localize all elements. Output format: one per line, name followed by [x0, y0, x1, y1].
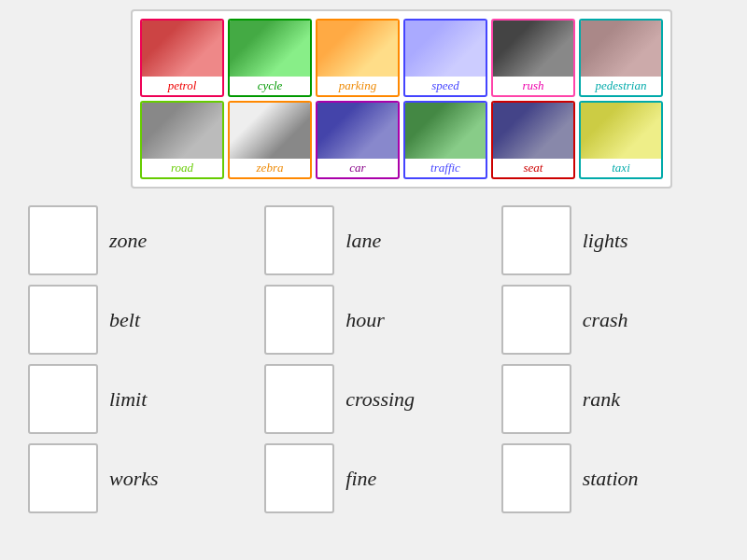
- matching-grid: zonelanelightsbelthourcrashlimitcrossing…: [9, 205, 738, 513]
- match-item-fine: fine: [264, 443, 482, 513]
- image-label-traffic: traffic: [427, 159, 464, 177]
- image-cell-zebra[interactable]: zebra: [228, 101, 312, 179]
- image-label-taxi: taxi: [608, 159, 634, 177]
- match-word-fine: fine: [345, 467, 376, 491]
- image-label-speed: speed: [428, 77, 463, 95]
- image-cell-rush[interactable]: rush: [491, 19, 575, 97]
- match-word-lights: lights: [583, 229, 628, 253]
- image-cell-traffic[interactable]: traffic: [403, 101, 487, 179]
- match-box-crash[interactable]: [501, 285, 571, 355]
- match-box-works[interactable]: [28, 443, 98, 513]
- match-item-zone: zone: [28, 205, 246, 275]
- match-item-lane: lane: [264, 205, 482, 275]
- image-label-cycle: cycle: [254, 77, 287, 95]
- match-word-crossing: crossing: [345, 387, 415, 412]
- match-box-crossing[interactable]: [264, 364, 334, 434]
- image-cell-petrol[interactable]: petrol: [140, 19, 224, 97]
- match-item-belt: belt: [28, 285, 246, 355]
- match-word-station: station: [583, 467, 639, 491]
- image-label-seat: seat: [520, 159, 547, 177]
- image-label-car: car: [345, 159, 369, 177]
- image-cell-seat[interactable]: seat: [491, 101, 575, 179]
- match-word-works: works: [109, 467, 159, 491]
- match-item-station: station: [501, 443, 719, 513]
- match-word-limit: limit: [109, 387, 147, 412]
- match-box-lane[interactable]: [264, 205, 334, 275]
- match-item-crash: crash: [501, 285, 719, 355]
- match-box-station[interactable]: [501, 443, 571, 513]
- image-cell-car[interactable]: car: [316, 101, 400, 179]
- image-label-road: road: [167, 159, 197, 177]
- match-item-limit: limit: [28, 364, 246, 434]
- top-image-grid: petrolcycleparkingspeedrushpedestrianroa…: [131, 9, 672, 189]
- match-word-zone: zone: [109, 229, 147, 253]
- match-item-works: works: [28, 443, 246, 513]
- match-box-lights[interactable]: [501, 205, 571, 275]
- match-word-crash: crash: [583, 308, 628, 332]
- match-word-hour: hour: [345, 308, 385, 332]
- match-item-lights: lights: [501, 205, 719, 275]
- image-label-pedestrian: pedestrian: [592, 77, 651, 95]
- image-cell-pedestrian[interactable]: pedestrian: [579, 19, 663, 97]
- image-label-zebra: zebra: [253, 159, 288, 177]
- match-item-hour: hour: [264, 285, 482, 355]
- match-box-limit[interactable]: [28, 364, 98, 434]
- match-word-rank: rank: [583, 387, 620, 412]
- image-label-parking: parking: [335, 77, 380, 95]
- match-box-rank[interactable]: [501, 364, 571, 434]
- image-label-petrol: petrol: [164, 77, 201, 95]
- match-box-zone[interactable]: [28, 205, 98, 275]
- match-box-belt[interactable]: [28, 285, 98, 355]
- match-word-lane: lane: [345, 229, 381, 253]
- match-item-crossing: crossing: [264, 364, 482, 434]
- image-cell-parking[interactable]: parking: [316, 19, 400, 97]
- image-cell-road[interactable]: road: [140, 101, 224, 179]
- image-cell-cycle[interactable]: cycle: [228, 19, 312, 97]
- image-cell-taxi[interactable]: taxi: [579, 101, 663, 179]
- image-label-rush: rush: [518, 77, 547, 95]
- match-box-fine[interactable]: [264, 443, 334, 513]
- match-word-belt: belt: [109, 308, 140, 332]
- match-box-hour[interactable]: [264, 285, 334, 355]
- image-cell-speed[interactable]: speed: [403, 19, 487, 97]
- match-item-rank: rank: [501, 364, 719, 434]
